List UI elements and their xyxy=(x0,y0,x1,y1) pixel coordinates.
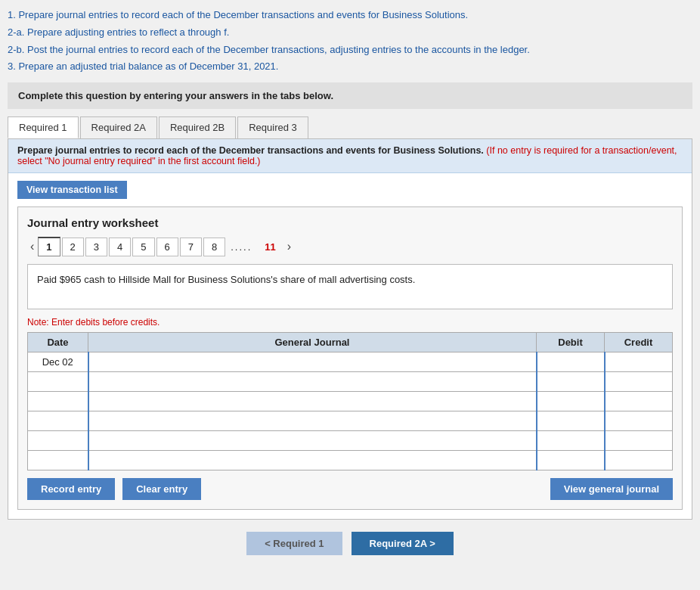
instruction-line1: 1. Prepare journal entries to record eac… xyxy=(8,8,692,23)
journal-input-4[interactable] xyxy=(92,415,533,427)
debit-input-1[interactable] xyxy=(540,356,601,368)
table-row xyxy=(28,431,673,451)
credit-input-3[interactable] xyxy=(609,395,670,408)
nav-page-1[interactable]: 1 xyxy=(38,237,60,256)
debit-input-4[interactable] xyxy=(540,415,601,427)
bottom-next-button[interactable]: Required 2A > xyxy=(352,532,454,555)
nav-page-4[interactable]: 4 xyxy=(109,238,131,256)
credit-input-5[interactable] xyxy=(609,434,670,447)
debit-input-3[interactable] xyxy=(540,395,601,408)
note-text: Note: Enter debits before credits. xyxy=(27,317,673,328)
nav-next-arrow[interactable]: › xyxy=(284,238,294,255)
worksheet-nav: ‹ 1 2 3 4 5 6 7 8 ..... 11 › xyxy=(27,237,673,256)
journal-entry-worksheet: Journal entry worksheet ‹ 1 2 3 4 5 6 7 … xyxy=(17,206,683,510)
tabs-bar: Required 1 Required 2A Required 2B Requi… xyxy=(8,116,692,139)
credit-cell-4[interactable] xyxy=(605,411,673,431)
date-cell-3 xyxy=(28,392,88,411)
credit-input-1[interactable] xyxy=(609,356,670,368)
credit-cell-3[interactable] xyxy=(605,392,673,411)
tab-required2a[interactable]: Required 2A xyxy=(80,116,157,138)
journal-input-1[interactable] xyxy=(92,356,533,368)
instructions: 1. Prepare journal entries to record eac… xyxy=(8,8,692,75)
credit-cell-5[interactable] xyxy=(605,431,673,451)
journal-cell-5[interactable] xyxy=(88,431,537,451)
debit-cell-5[interactable] xyxy=(537,431,605,451)
nav-page-5[interactable]: 5 xyxy=(132,238,154,256)
info-banner-bold: Prepare journal entries to record each o… xyxy=(17,145,484,156)
instruction-line3: 3. Prepare an adjusted trial balance as … xyxy=(8,59,692,75)
debit-input-2[interactable] xyxy=(540,375,601,388)
nav-page-8[interactable]: 8 xyxy=(203,238,225,256)
info-banner: Prepare journal entries to record each o… xyxy=(8,139,692,173)
journal-cell-3[interactable] xyxy=(88,392,537,411)
date-cell-2 xyxy=(28,372,88,392)
journal-cell-2[interactable] xyxy=(88,372,537,392)
view-transaction-list-button[interactable]: View transaction list xyxy=(17,181,127,199)
bottom-navigation: < Required 1 Required 2A > xyxy=(8,532,692,563)
date-cell-5 xyxy=(28,431,88,451)
table-row xyxy=(28,451,673,470)
journal-input-3[interactable] xyxy=(92,395,533,408)
col-header-journal: General Journal xyxy=(88,333,537,352)
debit-cell-3[interactable] xyxy=(537,392,605,411)
col-header-credit: Credit xyxy=(605,333,673,352)
debit-input-6[interactable] xyxy=(540,454,601,467)
journal-cell-1[interactable] xyxy=(88,352,537,372)
journal-cell-4[interactable] xyxy=(88,411,537,431)
debit-input-5[interactable] xyxy=(540,434,601,447)
nav-page-3[interactable]: 3 xyxy=(85,238,107,256)
col-header-debit: Debit xyxy=(537,333,605,352)
debit-cell-1[interactable] xyxy=(537,352,605,372)
tab-required2b[interactable]: Required 2B xyxy=(159,116,236,138)
credit-input-6[interactable] xyxy=(609,454,670,467)
journal-input-5[interactable] xyxy=(92,434,533,447)
debit-cell-2[interactable] xyxy=(537,372,605,392)
journal-input-2[interactable] xyxy=(92,375,533,388)
date-cell-1: Dec 02 xyxy=(28,352,88,372)
clear-entry-button[interactable]: Clear entry xyxy=(122,478,201,500)
credit-input-4[interactable] xyxy=(609,415,670,427)
table-row: Dec 02 xyxy=(28,352,673,372)
transaction-description: Paid $965 cash to Hillside Mall for Busi… xyxy=(27,264,673,309)
nav-page-11[interactable]: 11 xyxy=(257,238,283,256)
record-entry-button[interactable]: Record entry xyxy=(27,478,115,500)
table-row xyxy=(28,411,673,431)
tab-required3[interactable]: Required 3 xyxy=(237,116,308,138)
debit-cell-6[interactable] xyxy=(537,451,605,470)
table-row xyxy=(28,372,673,392)
debit-cell-4[interactable] xyxy=(537,411,605,431)
nav-page-6[interactable]: 6 xyxy=(156,238,178,256)
journal-input-6[interactable] xyxy=(92,454,533,467)
date-cell-4 xyxy=(28,411,88,431)
nav-page-2[interactable]: 2 xyxy=(62,238,84,256)
journal-cell-6[interactable] xyxy=(88,451,537,470)
complete-box: Complete this question by entering your … xyxy=(8,82,692,109)
credit-input-2[interactable] xyxy=(609,375,670,388)
tab-content: Prepare journal entries to record each o… xyxy=(8,139,692,520)
journal-table: Date General Journal Debit Credit Dec 02 xyxy=(27,332,673,470)
action-buttons: Record entry Clear entry View general jo… xyxy=(27,478,673,500)
nav-dots: ..... xyxy=(226,238,256,256)
instruction-line2b: 2-b. Post the journal entries to record … xyxy=(8,42,692,58)
credit-cell-1[interactable] xyxy=(605,352,673,372)
nav-prev-arrow[interactable]: ‹ xyxy=(27,238,37,255)
credit-cell-6[interactable] xyxy=(605,451,673,470)
view-general-journal-button[interactable]: View general journal xyxy=(550,478,673,500)
instruction-line2a: 2-a. Prepare adjusting entries to reflec… xyxy=(8,25,692,41)
date-cell-6 xyxy=(28,451,88,470)
credit-cell-2[interactable] xyxy=(605,372,673,392)
worksheet-title: Journal entry worksheet xyxy=(27,216,673,229)
bottom-prev-button[interactable]: < Required 1 xyxy=(246,532,342,555)
table-row xyxy=(28,392,673,411)
nav-page-7[interactable]: 7 xyxy=(180,238,202,256)
col-header-date: Date xyxy=(28,333,88,352)
tab-required1[interactable]: Required 1 xyxy=(8,116,79,138)
